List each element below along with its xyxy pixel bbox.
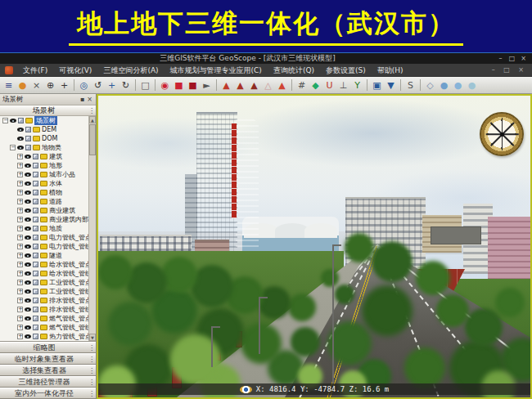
scroll-thumb[interactable] [89, 124, 96, 155]
menu-item-1[interactable]: 可视化(V) [53, 64, 97, 77]
terrain-light-icon[interactable]: △ [261, 78, 275, 92]
orbit-icon[interactable]: ↻ [119, 78, 133, 92]
tree-expander-icon[interactable]: − [10, 145, 16, 150]
tree-expander-icon[interactable]: + [17, 163, 23, 168]
tree-expander-icon[interactable]: + [17, 253, 23, 258]
magnet-icon[interactable]: U [322, 78, 336, 92]
tree-expander-icon[interactable]: + [17, 298, 23, 303]
visibility-eye-icon[interactable] [17, 128, 24, 132]
tree-expander-icon[interactable]: + [17, 181, 23, 186]
measure-distance-icon[interactable]: ◆ [309, 78, 322, 92]
visibility-eye-icon[interactable] [25, 244, 31, 249]
tree-item-24[interactable]: +热力管线_管点 [0, 332, 96, 341]
tree-expander-icon[interactable]: + [17, 325, 23, 330]
bottom-tab-2[interactable]: 选择集查看器⋮ [0, 365, 96, 376]
zoom-in-icon[interactable]: ⊕ [43, 78, 57, 92]
tree-expander-icon[interactable]: + [17, 262, 23, 267]
tree-item-8[interactable]: +植物 [0, 188, 96, 197]
child-window-controls[interactable]: – □ × [492, 66, 532, 74]
visibility-eye-icon[interactable] [10, 119, 16, 123]
terrain-cut-icon[interactable]: ▲ [219, 78, 233, 92]
visibility-eye-icon[interactable] [25, 191, 31, 195]
fly-to-icon[interactable]: ◎ [77, 78, 91, 92]
bottom-tab-4[interactable]: 室内外一体化寻径⋮ [0, 388, 96, 399]
tree-item-5[interactable]: +地形 [0, 161, 96, 170]
visibility-eye-icon[interactable] [25, 280, 31, 285]
minimize-button[interactable]: – [495, 54, 506, 64]
maximize-button[interactable]: □ [507, 54, 517, 64]
menu-item-0[interactable]: 文件(F) [17, 64, 53, 77]
tree-expander-icon[interactable]: + [17, 235, 23, 240]
tree-item-4[interactable]: +建筑 [0, 152, 96, 161]
visibility-eye-icon[interactable] [25, 226, 31, 231]
menu-item-5[interactable]: 参数设置(S) [320, 64, 372, 77]
visibility-eye-icon[interactable] [25, 200, 31, 204]
visibility-eye-icon[interactable] [25, 271, 31, 276]
compass-rose-icon[interactable]: ◇ [423, 78, 437, 92]
tree-item-21[interactable]: +排水管线_管线 [0, 305, 96, 314]
tree-item-19[interactable]: +工业管线_管线 [0, 287, 96, 296]
menu-item-4[interactable]: 查询统计(Q) [268, 64, 320, 77]
visibility-eye-icon[interactable] [25, 334, 31, 338]
bottom-tab-0[interactable]: 缩略图⋮ [0, 342, 96, 353]
pin-icon[interactable]: ▪ [79, 96, 86, 103]
compass-icon[interactable] [480, 112, 524, 156]
select-region-icon[interactable]: ■ [186, 78, 200, 92]
pointer-icon[interactable]: ► [200, 78, 214, 92]
tree-item-6[interactable]: +城市小品 [0, 170, 96, 179]
tree-item-11[interactable]: +商业建筑内部 [0, 215, 96, 224]
select-polygon-icon[interactable]: ■ [172, 78, 186, 92]
snapshot-icon[interactable]: ▣ [370, 78, 384, 92]
camera-tripod-icon[interactable]: Y [350, 78, 364, 92]
tree-expander-icon[interactable]: + [17, 316, 23, 321]
add-point-icon[interactable]: + [105, 78, 119, 92]
tree-scrollbar[interactable]: ▲ ▼ [88, 116, 96, 341]
scroll-up-icon[interactable]: ▲ [89, 116, 96, 123]
tree-expander-icon[interactable]: + [17, 217, 23, 222]
tree-expander-icon[interactable]: − [2, 118, 8, 123]
menu-item-2[interactable]: 三维空间分析(A) [97, 64, 164, 77]
menu-item-6[interactable]: 帮助(H) [372, 64, 409, 77]
tree-item-15[interactable]: +隧道 [0, 251, 96, 260]
terrain-slope-icon[interactable]: ▲ [247, 78, 261, 92]
tree-item-23[interactable]: +燃气管线_管线 [0, 323, 96, 332]
crosshair-icon[interactable]: + [57, 78, 71, 92]
select-cancel-icon[interactable]: × [29, 78, 43, 92]
visibility-eye-icon[interactable] [25, 182, 31, 186]
bottom-tab-1[interactable]: 临时对象集查看器⋮ [0, 353, 96, 365]
pan-hand-icon[interactable]: ● [16, 78, 29, 92]
visibility-eye-icon[interactable] [17, 137, 24, 141]
tree-expander-icon[interactable]: + [17, 280, 23, 285]
tree-item-9[interactable]: +道路 [0, 197, 96, 206]
globe-sun-icon[interactable]: ● [451, 78, 465, 92]
tree-expander-icon[interactable]: + [17, 271, 23, 276]
visibility-eye-icon[interactable] [25, 262, 31, 267]
visibility-eye-icon[interactable] [25, 208, 31, 213]
tree-expander-icon[interactable]: + [17, 172, 23, 177]
pick-point-icon[interactable]: ◉ [158, 78, 172, 92]
panel-menu-icon[interactable]: ⋮ [88, 107, 96, 114]
close-button[interactable]: × [518, 54, 529, 64]
tree-expander-icon[interactable]: + [17, 190, 23, 195]
visibility-eye-icon[interactable] [25, 217, 31, 222]
visibility-eye-icon[interactable] [25, 316, 31, 321]
terrain-view-icon[interactable]: ▲ [275, 78, 289, 92]
visibility-eye-icon[interactable] [25, 253, 31, 258]
viewport-3d[interactable]: X: 4816.4 Y: -4784.7 Z: 16.6 m [97, 94, 532, 399]
visibility-eye-icon[interactable] [25, 173, 31, 177]
tree-item-14[interactable]: +电力管线_管线 [0, 242, 96, 251]
tree-expander-icon[interactable]: + [17, 334, 23, 339]
tree-item-22[interactable]: +燃气管线_管点 [0, 314, 96, 323]
path-icon[interactable]: S [404, 78, 417, 92]
measure-coord-icon[interactable]: # [295, 78, 309, 92]
rotate-view-icon[interactable]: ↺ [91, 78, 105, 92]
tree-item-18[interactable]: +工业管线_管点 [0, 278, 96, 287]
tree-item-20[interactable]: +排水管线_管点 [0, 296, 96, 305]
tree-item-3[interactable]: −地物类 [0, 143, 96, 152]
visibility-eye-icon[interactable] [17, 146, 24, 150]
visibility-eye-icon[interactable] [25, 307, 31, 312]
visibility-eye-icon[interactable] [25, 289, 31, 294]
menu-item-3[interactable]: 城市规划与管理专业应用(C) [165, 64, 268, 77]
panel-close-icon[interactable]: × [86, 96, 93, 103]
tree-item-1[interactable]: DEM [0, 125, 96, 134]
